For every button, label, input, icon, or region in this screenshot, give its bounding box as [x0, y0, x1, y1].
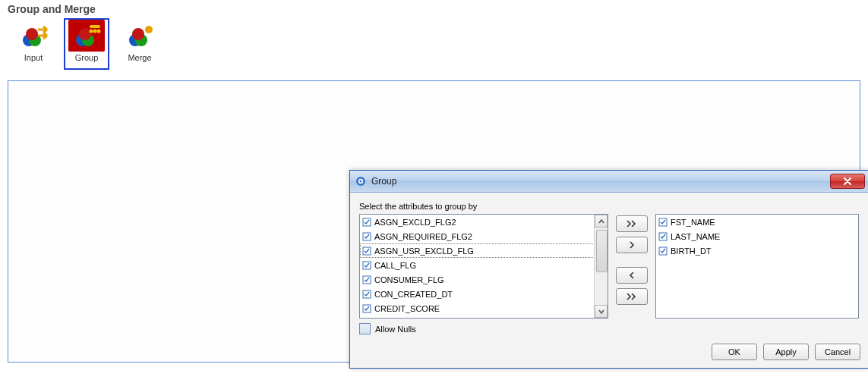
attribute-icon [658, 246, 668, 256]
svg-point-9 [97, 30, 101, 33]
double-chevron-right-icon [626, 293, 638, 300]
mode-toolbar: Input Group Merge [0, 17, 868, 73]
list-item-label: BIRTH_DT [671, 246, 712, 256]
attribute-icon [362, 246, 371, 256]
chevron-up-icon [598, 218, 604, 224]
list-item[interactable]: CON_CREATED_DT [360, 287, 595, 301]
dialog-instruction: Select the attributes to group by [359, 202, 859, 211]
available-attributes-listbox[interactable]: ASGN_EXCLD_FLG2ASGN_REQUIRED_FLG2ASGN_US… [359, 214, 608, 319]
scroll-up-button[interactable] [595, 215, 608, 228]
merge-icon [122, 20, 158, 52]
svg-point-12 [132, 28, 144, 40]
dialog-titlebar[interactable]: Group [350, 171, 868, 193]
attribute-icon [362, 261, 371, 270]
attribute-icon [658, 232, 668, 241]
remove-all-button[interactable] [616, 288, 648, 305]
page-title: Group and Merge [0, 0, 868, 17]
group-icon [68, 20, 105, 52]
svg-point-7 [90, 30, 93, 33]
remove-one-button[interactable] [616, 267, 648, 284]
list-item[interactable]: CREDIT_SCORE [360, 301, 595, 316]
scroll-down-button[interactable] [595, 305, 608, 318]
dialog-body: Select the attributes to group by ASGN_E… [350, 193, 868, 339]
list-item-label: CALL_FLG [374, 261, 416, 270]
list-item-label: LAST_NAME [671, 232, 720, 241]
list-item[interactable]: BIRTH_DT [656, 243, 858, 258]
toolbar-item-label: Input [24, 53, 43, 62]
attribute-icon [362, 232, 371, 241]
list-item[interactable]: ASGN_USR_EXCLD_FLG [360, 243, 595, 258]
svg-rect-6 [90, 25, 100, 28]
list-item[interactable]: FST_NAME [656, 215, 858, 229]
list-item[interactable]: ASGN_EXCLD_FLG2 [360, 215, 595, 229]
input-icon [15, 20, 52, 52]
ok-button[interactable]: OK [712, 344, 757, 360]
toolbar-item-group[interactable]: Group [64, 18, 109, 70]
allow-nulls-checkbox[interactable] [359, 323, 371, 334]
dialog-footer: OK Apply Cancel [350, 339, 868, 368]
add-all-button[interactable] [616, 215, 648, 232]
close-icon [843, 177, 852, 185]
apply-button[interactable]: Apply [763, 344, 809, 360]
list-item-label: CONSUMER_FLG [374, 275, 444, 284]
attribute-icon [362, 218, 371, 227]
svg-point-5 [79, 28, 91, 40]
dialog-title: Group [371, 176, 396, 187]
attribute-icon [362, 290, 371, 299]
list-item-label: CON_CREATED_DT [374, 290, 453, 299]
toolbar-item-input[interactable]: Input [11, 18, 56, 70]
list-item[interactable]: CONSUMER_FLG [360, 272, 595, 287]
dialog-title-icon [355, 175, 367, 187]
allow-nulls-label: Allow Nulls [375, 325, 416, 334]
group-dialog: Group Select the attributes to group by … [349, 170, 868, 369]
toolbar-item-label: Group [75, 53, 99, 62]
double-chevron-right-icon [626, 220, 638, 228]
move-buttons [616, 214, 648, 305]
attribute-icon [658, 218, 668, 227]
chevron-left-icon [628, 272, 636, 279]
list-item-label: ASGN_REQUIRED_FLG2 [374, 232, 472, 241]
list-item[interactable]: CALL_FLG [360, 258, 595, 272]
toolbar-item-label: Merge [128, 53, 151, 62]
svg-point-2 [26, 28, 38, 40]
list-item-label: ASGN_USR_EXCLD_FLG [374, 246, 474, 256]
dialog-close-button[interactable] [830, 174, 865, 189]
list-item-label: CREDIT_SCORE [374, 304, 440, 313]
cancel-button[interactable]: Cancel [815, 344, 860, 360]
toolbar-item-merge[interactable]: Merge [117, 18, 163, 70]
svg-point-8 [93, 30, 97, 33]
attribute-icon [362, 304, 371, 313]
scroll-thumb[interactable] [596, 230, 608, 272]
chevron-right-icon [628, 241, 636, 249]
list-item[interactable]: LAST_NAME [656, 229, 858, 243]
list-item[interactable]: CUST_END_DT [360, 316, 595, 318]
list-item-label: ASGN_EXCLD_FLG2 [374, 218, 456, 227]
selected-attributes-listbox[interactable]: FST_NAMELAST_NAMEBIRTH_DT [655, 214, 859, 319]
scrollbar [594, 215, 608, 318]
list-item-label: FST_NAME [671, 218, 715, 227]
list-item[interactable]: ASGN_REQUIRED_FLG2 [360, 229, 595, 243]
svg-point-16 [359, 180, 361, 182]
chevron-down-icon [598, 309, 604, 315]
add-one-button[interactable] [616, 237, 648, 253]
svg-point-13 [145, 26, 153, 33]
attribute-icon [362, 275, 371, 284]
